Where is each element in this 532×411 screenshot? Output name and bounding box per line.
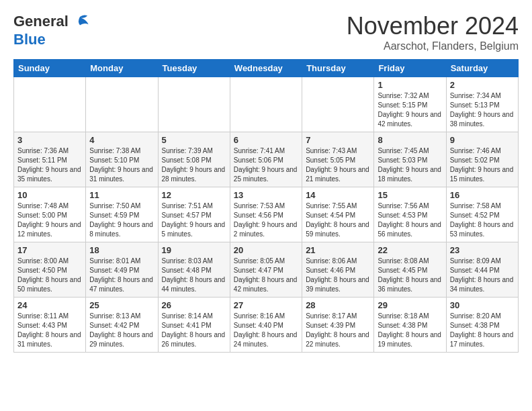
day-number: 1 xyxy=(378,80,442,90)
day-cell: 7Sunrise: 7:43 AM Sunset: 5:05 PM Daylig… xyxy=(302,132,374,187)
day-info: Sunrise: 8:16 AM Sunset: 4:40 PM Dayligh… xyxy=(234,312,298,349)
logo: General Blue xyxy=(13,12,89,48)
day-number: 2 xyxy=(450,80,515,90)
day-info: Sunrise: 8:17 AM Sunset: 4:39 PM Dayligh… xyxy=(306,312,370,349)
day-info: Sunrise: 8:14 AM Sunset: 4:41 PM Dayligh… xyxy=(162,312,226,349)
day-number: 10 xyxy=(17,190,82,200)
calendar-table: SundayMondayTuesdayWednesdayThursdayFrid… xyxy=(13,59,519,353)
weekday-header-row: SundayMondayTuesdayWednesdayThursdayFrid… xyxy=(14,60,519,77)
logo-blue-text: Blue xyxy=(13,31,46,48)
day-info: Sunrise: 7:41 AM Sunset: 5:06 PM Dayligh… xyxy=(234,146,298,184)
day-info: Sunrise: 7:53 AM Sunset: 4:56 PM Dayligh… xyxy=(234,201,298,239)
day-number: 14 xyxy=(306,190,370,200)
location-subtitle: Aarschot, Flanders, Belgium xyxy=(347,40,519,52)
weekday-header-friday: Friday xyxy=(374,60,446,77)
day-cell: 15Sunrise: 7:56 AM Sunset: 4:53 PM Dayli… xyxy=(374,187,446,242)
day-cell: 26Sunrise: 8:14 AM Sunset: 4:41 PM Dayli… xyxy=(158,298,230,353)
logo-text: General xyxy=(13,12,89,31)
day-info: Sunrise: 8:01 AM Sunset: 4:49 PM Dayligh… xyxy=(89,257,154,294)
day-number: 19 xyxy=(162,245,226,255)
day-cell: 29Sunrise: 8:18 AM Sunset: 4:38 PM Dayli… xyxy=(374,298,446,353)
weekday-header-saturday: Saturday xyxy=(446,60,518,77)
weekday-header-sunday: Sunday xyxy=(14,60,86,77)
weekday-header-thursday: Thursday xyxy=(302,60,374,77)
day-cell: 4Sunrise: 7:38 AM Sunset: 5:10 PM Daylig… xyxy=(86,132,158,187)
day-cell: 6Sunrise: 7:41 AM Sunset: 5:06 PM Daylig… xyxy=(230,132,302,187)
day-number: 6 xyxy=(234,135,298,145)
day-info: Sunrise: 7:36 AM Sunset: 5:11 PM Dayligh… xyxy=(17,146,82,184)
week-row-3: 10Sunrise: 7:48 AM Sunset: 5:00 PM Dayli… xyxy=(14,187,519,242)
day-info: Sunrise: 8:06 AM Sunset: 4:46 PM Dayligh… xyxy=(306,257,370,294)
day-cell: 2Sunrise: 7:34 AM Sunset: 5:13 PM Daylig… xyxy=(446,77,518,132)
day-info: Sunrise: 8:05 AM Sunset: 4:47 PM Dayligh… xyxy=(234,257,298,294)
day-number: 16 xyxy=(450,190,515,200)
day-number: 23 xyxy=(450,245,515,255)
day-cell xyxy=(158,77,230,132)
day-cell: 19Sunrise: 8:03 AM Sunset: 4:48 PM Dayli… xyxy=(158,242,230,298)
day-info: Sunrise: 8:03 AM Sunset: 4:48 PM Dayligh… xyxy=(162,257,226,294)
day-cell: 14Sunrise: 7:55 AM Sunset: 4:54 PM Dayli… xyxy=(302,187,374,242)
day-number: 18 xyxy=(89,245,154,255)
day-info: Sunrise: 7:56 AM Sunset: 4:53 PM Dayligh… xyxy=(378,201,442,239)
day-number: 3 xyxy=(17,135,82,145)
day-cell: 8Sunrise: 7:45 AM Sunset: 5:03 PM Daylig… xyxy=(374,132,446,187)
day-info: Sunrise: 7:34 AM Sunset: 5:13 PM Dayligh… xyxy=(450,91,515,129)
day-info: Sunrise: 8:11 AM Sunset: 4:43 PM Dayligh… xyxy=(17,312,82,349)
day-number: 28 xyxy=(306,300,370,310)
day-info: Sunrise: 7:50 AM Sunset: 4:59 PM Dayligh… xyxy=(89,201,154,239)
day-number: 26 xyxy=(162,300,226,310)
day-info: Sunrise: 7:48 AM Sunset: 5:00 PM Dayligh… xyxy=(17,201,82,239)
day-number: 20 xyxy=(234,245,298,255)
day-number: 4 xyxy=(89,135,154,145)
day-info: Sunrise: 7:43 AM Sunset: 5:05 PM Dayligh… xyxy=(306,146,370,184)
day-cell: 16Sunrise: 7:58 AM Sunset: 4:52 PM Dayli… xyxy=(446,187,518,242)
day-number: 29 xyxy=(378,300,442,310)
day-number: 25 xyxy=(89,300,154,310)
day-cell: 13Sunrise: 7:53 AM Sunset: 4:56 PM Dayli… xyxy=(230,187,302,242)
day-number: 15 xyxy=(378,190,442,200)
day-number: 30 xyxy=(450,300,515,310)
day-cell: 28Sunrise: 8:17 AM Sunset: 4:39 PM Dayli… xyxy=(302,298,374,353)
day-number: 21 xyxy=(306,245,370,255)
day-cell xyxy=(302,77,374,132)
day-info: Sunrise: 7:39 AM Sunset: 5:08 PM Dayligh… xyxy=(162,146,226,184)
week-row-4: 17Sunrise: 8:00 AM Sunset: 4:50 PM Dayli… xyxy=(14,242,519,298)
day-number: 27 xyxy=(234,300,298,310)
logo-general-text: General xyxy=(13,13,69,30)
day-info: Sunrise: 8:08 AM Sunset: 4:45 PM Dayligh… xyxy=(378,257,442,294)
day-cell: 1Sunrise: 7:32 AM Sunset: 5:15 PM Daylig… xyxy=(374,77,446,132)
week-row-2: 3Sunrise: 7:36 AM Sunset: 5:11 PM Daylig… xyxy=(14,132,519,187)
day-info: Sunrise: 8:09 AM Sunset: 4:44 PM Dayligh… xyxy=(450,257,515,294)
day-cell: 27Sunrise: 8:16 AM Sunset: 4:40 PM Dayli… xyxy=(230,298,302,353)
day-cell: 30Sunrise: 8:20 AM Sunset: 4:38 PM Dayli… xyxy=(446,298,518,353)
day-cell: 25Sunrise: 8:13 AM Sunset: 4:42 PM Dayli… xyxy=(86,298,158,353)
day-number: 5 xyxy=(162,135,226,145)
day-number: 22 xyxy=(378,245,442,255)
day-info: Sunrise: 7:38 AM Sunset: 5:10 PM Dayligh… xyxy=(89,146,154,184)
day-info: Sunrise: 7:32 AM Sunset: 5:15 PM Dayligh… xyxy=(378,91,442,129)
day-info: Sunrise: 8:13 AM Sunset: 4:42 PM Dayligh… xyxy=(89,312,154,349)
day-info: Sunrise: 8:00 AM Sunset: 4:50 PM Dayligh… xyxy=(17,257,82,294)
day-cell: 17Sunrise: 8:00 AM Sunset: 4:50 PM Dayli… xyxy=(14,242,86,298)
day-number: 13 xyxy=(234,190,298,200)
header: General Blue November 2024 Aarschot, Fla… xyxy=(13,12,519,52)
weekday-header-tuesday: Tuesday xyxy=(158,60,230,77)
day-number: 7 xyxy=(306,135,370,145)
day-cell: 18Sunrise: 8:01 AM Sunset: 4:49 PM Dayli… xyxy=(86,242,158,298)
day-cell: 23Sunrise: 8:09 AM Sunset: 4:44 PM Dayli… xyxy=(446,242,518,298)
day-cell: 5Sunrise: 7:39 AM Sunset: 5:08 PM Daylig… xyxy=(158,132,230,187)
day-cell: 21Sunrise: 8:06 AM Sunset: 4:46 PM Dayli… xyxy=(302,242,374,298)
page: General Blue November 2024 Aarschot, Fla… xyxy=(0,0,532,359)
day-cell: 10Sunrise: 7:48 AM Sunset: 5:00 PM Dayli… xyxy=(14,187,86,242)
day-number: 8 xyxy=(378,135,442,145)
day-number: 11 xyxy=(89,190,154,200)
day-info: Sunrise: 8:18 AM Sunset: 4:38 PM Dayligh… xyxy=(378,312,442,349)
logo-bird-icon xyxy=(71,12,89,31)
day-number: 9 xyxy=(450,135,515,145)
day-number: 12 xyxy=(162,190,226,200)
day-cell xyxy=(230,77,302,132)
day-cell: 24Sunrise: 8:11 AM Sunset: 4:43 PM Dayli… xyxy=(14,298,86,353)
day-cell: 9Sunrise: 7:46 AM Sunset: 5:02 PM Daylig… xyxy=(446,132,518,187)
day-number: 17 xyxy=(17,245,82,255)
day-info: Sunrise: 7:45 AM Sunset: 5:03 PM Dayligh… xyxy=(378,146,442,184)
